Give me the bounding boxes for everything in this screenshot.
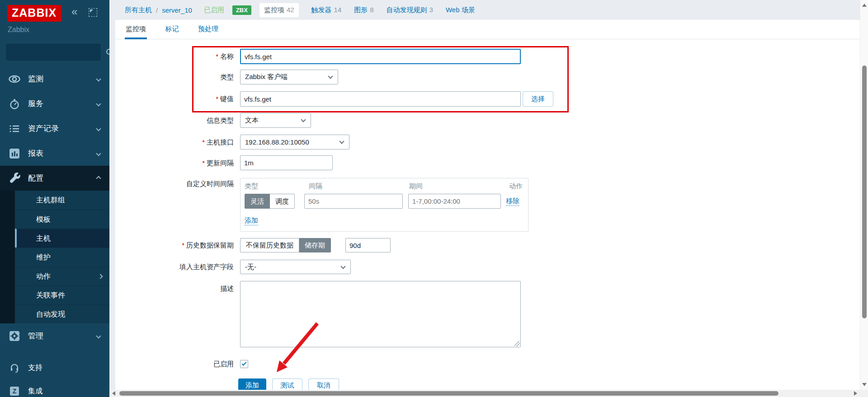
tab-preprocessing[interactable]: 预处理 [197, 20, 219, 39]
sidebar-search[interactable] [6, 44, 100, 61]
sidebar-item-label: 服务 [28, 98, 43, 109]
interval-add-link[interactable]: 添加 [245, 216, 258, 225]
sidebar-item-monitoring[interactable]: 监测 [0, 66, 109, 91]
host-interface-select-value: 192.168.88.20:10050 [245, 138, 309, 146]
type-label: 类型 [115, 70, 234, 84]
configuration-submenu: 主机群组 模板 主机 维护 动作 关联事件 自动发现 [0, 191, 109, 323]
key-select-button[interactable]: 选择 [523, 91, 553, 107]
key-input[interactable] [240, 91, 521, 107]
toggle-no-history[interactable]: 不保留历史数据 [240, 238, 299, 252]
name-label: *名称 [115, 49, 234, 64]
sidebar-item-maintenance[interactable]: 维护 [15, 248, 109, 266]
required-asterisk: * [202, 159, 205, 167]
interval-delay-input[interactable] [304, 194, 403, 209]
scroll-down-arrow-icon[interactable] [862, 383, 867, 386]
info-type-select-value: 文本 [245, 116, 259, 125]
type-select[interactable]: Zabbix 客户端 [240, 70, 338, 84]
scrollbar-corner [860, 390, 868, 397]
sidebar-item-label: 集成 [28, 387, 42, 396]
nav-discovery-rules[interactable]: 自动发现规则 3 [387, 6, 433, 14]
required-asterisk: * [182, 241, 184, 249]
history-label: *历史数据保留期 [115, 238, 234, 252]
tab-item[interactable]: 监控项 [125, 20, 147, 39]
nav-items-active[interactable]: 监控项 42 [259, 3, 299, 17]
submenu-item-label: 主机群组 [36, 191, 65, 209]
sidebar-item-services[interactable]: 服务 [0, 91, 109, 116]
sidebar-item-event-correlation[interactable]: 关联事件 [15, 285, 109, 304]
vertical-scrollbar[interactable] [860, 0, 868, 390]
toggle-scheduling[interactable]: 调度 [270, 194, 295, 209]
submenu-item-label: 主机 [36, 229, 51, 248]
nav-label: 图形 [354, 6, 368, 14]
sidebar-item-integrations[interactable]: Z 集成 [0, 379, 109, 397]
type-select-value: Zabbix 客户端 [245, 73, 288, 81]
submenu-item-label: 自动发现 [36, 305, 65, 323]
info-type-select[interactable]: 文本 [240, 113, 311, 128]
chevron-down-icon [96, 76, 101, 81]
nav-count: 42 [287, 6, 294, 14]
stopwatch-icon [8, 98, 21, 110]
toggle-storage-period[interactable]: 储存期 [299, 238, 331, 252]
sidebar-item-label: 配置 [28, 173, 43, 183]
enabled-checkbox[interactable] [240, 360, 248, 368]
sidebar-item-configuration[interactable]: 配置 [0, 166, 109, 191]
custom-intervals-box: 类型 间隔 期间 动作 灵活 调度 移除 添加 [240, 178, 528, 232]
submenu-item-label: 模板 [36, 210, 51, 229]
sidebar-item-discovery[interactable]: 自动发现 [15, 304, 109, 323]
chevron-down-icon [339, 139, 344, 144]
host-interface-label: *主机接口 [115, 135, 234, 149]
interval-period-input[interactable] [408, 194, 501, 209]
toggle-flexible[interactable]: 灵活 [245, 194, 270, 209]
collapse-sidebar-icon[interactable]: « [71, 6, 77, 17]
sidebar-item-templates[interactable]: 模板 [15, 210, 109, 229]
sidebar-item-host-groups[interactable]: 主机群组 [15, 191, 109, 210]
search-input[interactable] [7, 48, 106, 56]
sidebar-item-hosts[interactable]: 主机 [15, 229, 109, 248]
sidebar-item-reports[interactable]: 报表 [0, 141, 109, 166]
nav-graphs[interactable]: 图形 8 [354, 6, 373, 14]
chevron-up-icon [96, 176, 101, 181]
sidebar-menu: 监测 服务 资产记录 [0, 66, 109, 348]
z-badge-icon: Z [9, 386, 20, 397]
sidebar-item-label: 管理 [28, 331, 43, 341]
sidebar: ZABBIX « Zabbix 监测 服务 [0, 0, 109, 397]
scroll-up-arrow-icon[interactable] [862, 4, 867, 7]
name-input[interactable] [240, 49, 521, 64]
host-interface-select[interactable]: 192.168.88.20:10050 [240, 135, 349, 149]
sidebar-item-inventory[interactable]: 资产记录 [0, 116, 109, 141]
nav-count: 14 [334, 6, 342, 14]
update-interval-input[interactable] [240, 155, 333, 170]
zabbix-logo[interactable]: ZABBIX [7, 5, 61, 22]
scroll-right-arrow-icon[interactable] [854, 391, 857, 396]
chevron-down-icon [96, 101, 101, 106]
horizontal-scrollbar[interactable] [109, 390, 860, 397]
history-period-input[interactable] [345, 238, 391, 252]
description-label: 描述 [115, 281, 234, 296]
intervals-header-period: 期间 [409, 182, 423, 191]
add-button[interactable]: 添加 [238, 378, 266, 390]
sidebar-item-administration[interactable]: 管理 [0, 323, 109, 348]
fullscreen-icon[interactable] [89, 8, 97, 17]
nav-triggers[interactable]: 触发器 14 [311, 6, 342, 14]
description-textarea[interactable] [240, 281, 521, 347]
sidebar-item-actions[interactable]: 动作 [15, 266, 109, 285]
required-asterisk: * [202, 138, 205, 146]
test-button[interactable]: 测试 [272, 378, 302, 390]
nav-web-scenarios[interactable]: Web 场景 [446, 6, 475, 14]
breadcrumb-host-link[interactable]: server_10 [162, 6, 192, 14]
history-toggle: 不保留历史数据 储存期 [240, 238, 331, 252]
tab-tags[interactable]: 标记 [164, 20, 179, 39]
interval-remove-link[interactable]: 移除 [506, 197, 519, 206]
horizontal-scrollbar-thumb[interactable] [119, 391, 778, 396]
cancel-button[interactable]: 取消 [308, 378, 339, 390]
sidebar-item-label: 资产记录 [28, 123, 59, 134]
scroll-left-arrow-icon[interactable] [112, 391, 115, 396]
nav-count: 8 [370, 6, 373, 14]
inventory-select[interactable]: -无- [240, 260, 351, 274]
intervals-header-action: 动作 [509, 182, 523, 191]
chevron-right-icon [98, 274, 103, 279]
vertical-scrollbar-thumb[interactable] [862, 65, 867, 318]
breadcrumb-all-hosts-link[interactable]: 所有主机 [125, 6, 152, 14]
enabled-label: 已启用 [115, 360, 234, 368]
sidebar-item-support[interactable]: 支持 [0, 356, 109, 379]
